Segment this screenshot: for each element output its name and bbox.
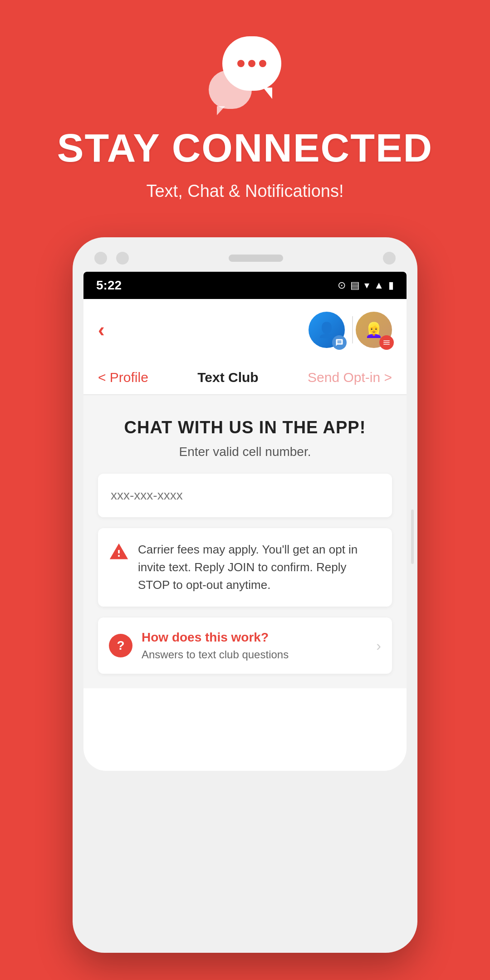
wallet-icon: ▤ [350,279,360,291]
dot-2 [248,60,255,67]
how-text: How does this work? Answers to text club… [142,630,367,661]
phone-wrapper: 5:22 ⊙ ▤ ▾ ▲ ▮ ‹ 👤 [0,228,490,980]
nav-tabs: < Profile Text Club Send Opt-in > [83,361,407,395]
chat-bubble-main [222,36,281,91]
camera-dot-2 [116,252,129,265]
question-icon: ? [109,634,132,657]
main-title: STAY CONNECTED [57,127,433,169]
camera-left [94,252,129,265]
how-box[interactable]: ? How does this work? Answers to text cl… [98,617,392,674]
chat-title: CHAT WITH US IN THE APP! [98,418,392,437]
notification-icon: ⊙ [338,279,346,291]
signal-icon: ▲ [374,279,384,291]
chat-icon-container [209,36,281,109]
status-bar: 5:22 ⊙ ▤ ▾ ▲ ▮ [83,272,407,299]
phone-speaker [229,255,283,262]
dot-1 [237,60,245,67]
back-button[interactable]: ‹ [98,318,105,341]
how-desc: Answers to text club questions [142,648,367,661]
chevron-right-icon: › [376,637,381,654]
status-icons: ⊙ ▤ ▾ ▲ ▮ [338,279,394,291]
dot-3 [259,60,266,67]
warning-text: Carrier fees may apply. You'll get an op… [138,541,381,594]
header-avatars: 👤 👱‍♀️ [309,312,392,348]
send-optin-tab[interactable]: Send Opt-in > [308,370,392,385]
menu-badge [379,335,394,350]
subtitle: Text, Chat & Notifications! [146,181,343,201]
header-section: STAY CONNECTED Text, Chat & Notification… [0,0,490,228]
dots-container [237,60,266,67]
phone-top [83,248,407,272]
phone-frame: 5:22 ⊙ ▤ ▾ ▲ ▮ ‹ 👤 [73,237,417,953]
chat-subtitle: Enter valid cell number. [98,445,392,459]
wifi-icon: ▾ [364,279,369,291]
battery-icon: ▮ [388,279,394,291]
phone-number-input[interactable] [98,474,392,517]
app-header: ‹ 👤 [83,299,407,361]
how-title: How does this work? [142,630,367,645]
camera-dot-1 [94,252,107,265]
avatar-container-1: 👤 [309,312,345,348]
camera-dot-right [383,252,396,265]
screen-content: 5:22 ⊙ ▤ ▾ ▲ ▮ ‹ 👤 [83,272,407,771]
avatar-divider [352,316,353,343]
text-club-tab[interactable]: Text Club [197,370,258,385]
warning-box: Carrier fees may apply. You'll get an op… [98,528,392,607]
chat-badge [332,335,347,350]
warning-icon [109,542,129,562]
profile-tab[interactable]: < Profile [98,370,148,385]
main-content: CHAT WITH US IN THE APP! Enter valid cel… [83,395,407,688]
avatar-container-2: 👱‍♀️ [360,312,392,348]
status-time: 5:22 [96,278,122,293]
